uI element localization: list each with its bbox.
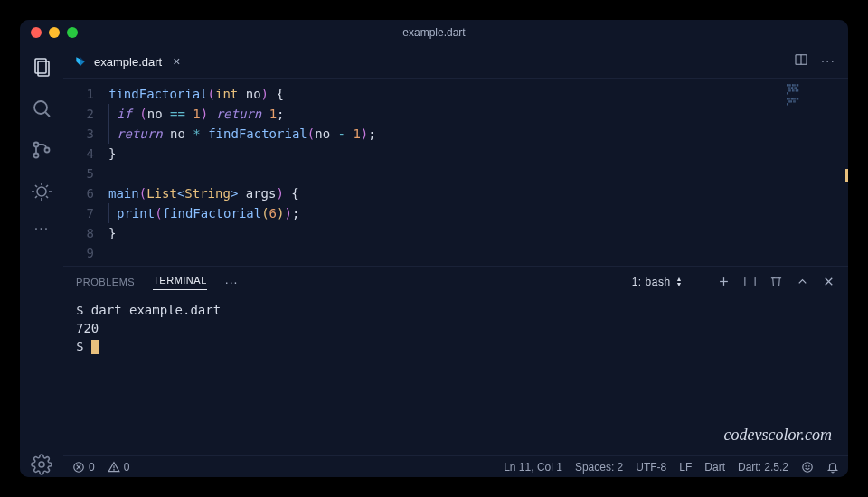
- statusbar: 0 0 Ln 11, Col 1 Spaces: 2 UTF-8 LF Dart…: [63, 455, 848, 477]
- maximize-window-button[interactable]: [67, 27, 78, 38]
- maximize-panel-icon[interactable]: [796, 275, 809, 290]
- panel-tabs: PROBLEMS TERMINAL ··· 1: bash ▲▼: [63, 267, 848, 297]
- search-icon[interactable]: [29, 96, 54, 121]
- explorer-icon[interactable]: [29, 54, 54, 80]
- panel-tabs-overflow-icon[interactable]: ···: [225, 275, 239, 289]
- minimap-highlight: [845, 169, 848, 182]
- svg-line-3: [45, 112, 50, 117]
- minimize-window-button[interactable]: [49, 27, 60, 38]
- terminal-selector[interactable]: 1: bash ▲▼: [632, 276, 690, 288]
- status-language[interactable]: Dart: [704, 461, 725, 474]
- status-encoding[interactable]: UTF-8: [636, 461, 666, 474]
- tabs-row: example.dart × ···: [63, 45, 848, 78]
- panel-actions: [708, 275, 835, 290]
- debug-icon[interactable]: [29, 179, 54, 204]
- dropdown-chevrons-icon: ▲▼: [676, 277, 683, 287]
- close-panel-icon[interactable]: [822, 275, 835, 290]
- titlebar: example.dart: [20, 20, 848, 45]
- terminal-output[interactable]: $ dart example.dart720$: [63, 297, 848, 455]
- status-errors[interactable]: 0: [72, 461, 95, 474]
- svg-point-2: [34, 101, 47, 114]
- terminal-selector-label: 1: bash: [632, 276, 671, 288]
- source-control-icon[interactable]: [29, 137, 54, 163]
- status-bell-icon[interactable]: [826, 461, 839, 474]
- window-title: example.dart: [402, 26, 465, 39]
- activity-bar: ···: [20, 45, 63, 477]
- settings-gear-icon[interactable]: [29, 452, 54, 477]
- editor-actions: ···: [794, 52, 848, 70]
- tab-example-dart[interactable]: example.dart ×: [63, 45, 191, 78]
- minimap[interactable]: ████ ███ ██ ██ ██ ██ ███ ██ ███████ ████…: [785, 82, 848, 136]
- traffic-lights: [31, 27, 78, 38]
- error-icon: [72, 461, 85, 474]
- activity-overflow-icon[interactable]: ···: [34, 220, 49, 237]
- svg-point-21: [113, 469, 114, 470]
- status-warnings[interactable]: 0: [108, 461, 130, 474]
- body-area: ··· example.dart × ···: [20, 45, 848, 477]
- tab-filename: example.dart: [94, 55, 162, 69]
- tab-close-icon[interactable]: ×: [173, 54, 180, 69]
- svg-point-22: [803, 462, 813, 472]
- status-cursor-position[interactable]: Ln 11, Col 1: [504, 461, 562, 474]
- svg-point-6: [45, 148, 50, 153]
- main-column: example.dart × ··· 123456789 findFactori…: [63, 45, 848, 477]
- bottom-panel: PROBLEMS TERMINAL ··· 1: bash ▲▼: [63, 266, 848, 455]
- status-eol[interactable]: LF: [679, 461, 692, 474]
- svg-point-23: [806, 465, 807, 466]
- status-feedback-icon[interactable]: [801, 461, 814, 474]
- kill-terminal-icon[interactable]: [769, 275, 783, 290]
- status-dart-sdk[interactable]: Dart: 2.5.2: [738, 461, 788, 474]
- svg-point-24: [808, 465, 809, 466]
- panel-tab-problems[interactable]: PROBLEMS: [76, 277, 135, 287]
- close-window-button[interactable]: [31, 27, 42, 38]
- svg-point-7: [37, 187, 46, 196]
- editor-window: example.dart ···: [20, 20, 848, 477]
- svg-point-4: [34, 143, 39, 147]
- svg-point-8: [39, 462, 44, 467]
- new-terminal-icon[interactable]: [717, 275, 731, 290]
- warning-icon: [108, 461, 120, 474]
- dart-file-icon: [74, 55, 87, 68]
- editor-area[interactable]: 123456789 findFactorial(int no) {if (no …: [63, 78, 848, 266]
- panel-tab-terminal[interactable]: TERMINAL: [153, 275, 207, 290]
- editor-overflow-icon[interactable]: ···: [821, 53, 835, 70]
- split-editor-icon[interactable]: [794, 52, 808, 70]
- status-indentation[interactable]: Spaces: 2: [575, 461, 623, 474]
- svg-point-5: [34, 154, 39, 158]
- split-terminal-icon[interactable]: [743, 275, 757, 290]
- line-gutter: 123456789: [63, 79, 108, 266]
- code-content[interactable]: findFactorial(int no) {if (no == 1) retu…: [108, 79, 848, 266]
